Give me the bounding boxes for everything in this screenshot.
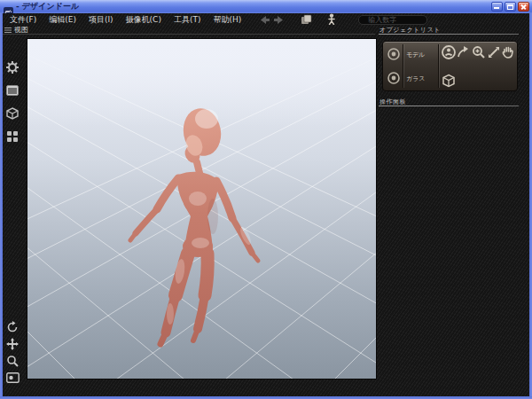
window-title: - デザインドール	[16, 0, 79, 13]
eye-icon	[387, 72, 400, 84]
right-panel: オブジェクトリスト モデル ガラス	[377, 13, 520, 396]
pages-icon	[301, 14, 312, 25]
view-label: 视图	[14, 25, 28, 35]
menu-item-project[interactable]: 项目(I)	[89, 14, 113, 26]
minimize-button[interactable]	[491, 2, 503, 12]
zoom-object-tool[interactable]	[472, 45, 486, 59]
object-row-glass[interactable]: ガラス	[406, 74, 426, 83]
operation-panel	[379, 107, 519, 393]
object-list-divider	[379, 34, 519, 35]
menu-item-tools[interactable]: 工具(T)	[174, 14, 201, 26]
viewport-3d[interactable]	[27, 38, 377, 379]
pan-view-button[interactable]	[4, 336, 20, 352]
app-window: - デザインドール 文件(F) 编辑(E) 项目(I) 摄像机(C) 工具(T)…	[0, 0, 532, 399]
fit-view-button[interactable]	[4, 370, 20, 386]
library-button[interactable]	[301, 12, 312, 28]
prop-cube-tool[interactable]	[442, 74, 456, 88]
screen: { "window": { "title": "- デザインドール" }, "m…	[0, 0, 532, 399]
visibility-toggle-glass[interactable]	[387, 72, 400, 84]
move-icon	[6, 338, 19, 350]
maximize-button[interactable]	[505, 2, 516, 12]
magnifier-icon	[6, 355, 19, 367]
object-list-separator	[403, 44, 403, 88]
layout-grid-button[interactable]	[4, 129, 20, 145]
cube-icon	[6, 107, 19, 120]
cube-icon	[442, 74, 456, 88]
minimize-icon	[494, 7, 499, 9]
doll-icon	[326, 13, 337, 25]
scale-object-tool[interactable]	[487, 45, 501, 59]
pose-library-button[interactable]	[326, 12, 337, 28]
maximize-icon	[507, 4, 513, 10]
grid-icon	[6, 130, 19, 143]
list-icon	[4, 27, 12, 34]
object-list: モデル ガラス	[382, 41, 518, 91]
settings-button[interactable]	[4, 59, 20, 75]
grab-object-tool[interactable]	[501, 45, 515, 59]
menu-item-help[interactable]: 帮助(H)	[213, 14, 241, 26]
rotate-object-tool[interactable]	[457, 45, 471, 59]
menu-item-camera[interactable]: 摄像机(C)	[126, 14, 161, 26]
left-section-divider	[3, 34, 375, 35]
history-nav	[259, 12, 285, 28]
visibility-toggle-model[interactable]	[387, 48, 400, 60]
gear-icon	[6, 61, 19, 74]
close-button[interactable]	[518, 2, 529, 12]
view-section-header: 视图	[4, 25, 28, 35]
scene-canvas	[27, 39, 376, 379]
window-controls	[491, 2, 529, 12]
frame-icon	[6, 372, 20, 383]
menu-item-file[interactable]: 文件(F)	[10, 14, 36, 26]
redo-forward-button[interactable]	[273, 12, 285, 28]
zoom-in-icon	[472, 45, 486, 59]
menu-item-edit[interactable]: 编辑(E)	[49, 14, 76, 26]
rotate-icon	[6, 321, 19, 333]
client-area: 文件(F) 编辑(E) 项目(I) 摄像机(C) 工具(T) 帮助(H)	[3, 13, 529, 396]
app-icon	[4, 3, 13, 12]
model-mode-button[interactable]	[4, 106, 20, 121]
zoom-view-button[interactable]	[4, 353, 20, 369]
rotate-view-button[interactable]	[4, 319, 20, 335]
select-doll-tool[interactable]	[442, 45, 456, 59]
window-view-button[interactable]	[4, 82, 20, 98]
undo-back-button[interactable]	[259, 12, 270, 28]
operation-panel-divider	[379, 106, 519, 106]
back-arrow-icon	[259, 15, 270, 25]
window-icon	[6, 85, 19, 96]
figure-circle-icon	[442, 45, 456, 59]
hand-icon	[501, 45, 515, 59]
eye-icon	[387, 48, 400, 60]
object-list-separator	[438, 44, 439, 88]
rotate-flag-icon	[457, 45, 471, 59]
object-row-model[interactable]: モデル	[406, 51, 426, 59]
scale-arrows-icon	[487, 45, 501, 59]
forward-arrow-icon	[273, 15, 285, 25]
